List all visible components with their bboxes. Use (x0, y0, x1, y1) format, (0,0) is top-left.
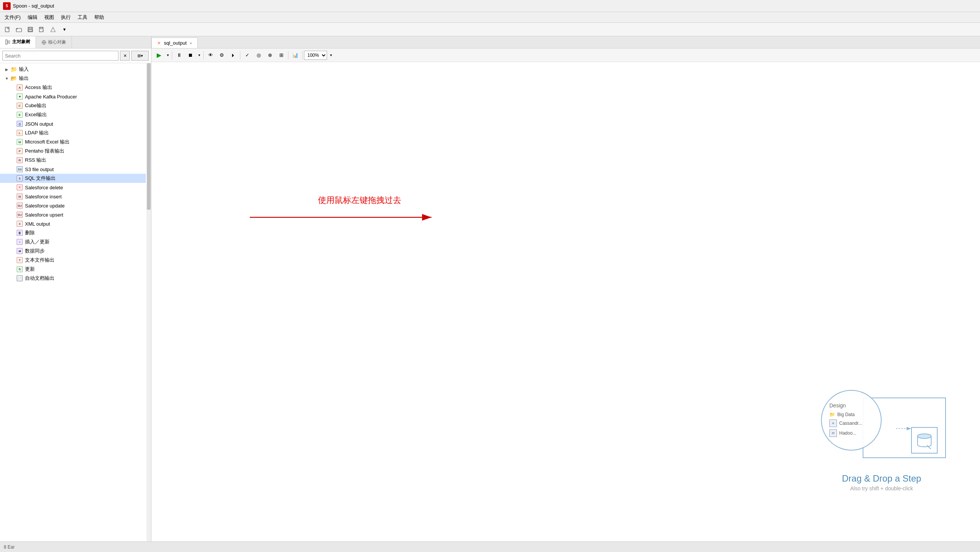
step-icon: M (16, 138, 24, 145)
debug-button[interactable]: ⚙ (216, 50, 227, 60)
list-item[interactable]: SU Salesforce update (0, 201, 146, 210)
list-item[interactable]: 📄 自动文档输出 (0, 274, 146, 283)
separator-1 (172, 51, 172, 59)
list-item[interactable]: {} JSON output (0, 119, 146, 128)
verify-button[interactable]: ✓ (242, 50, 253, 60)
list-item[interactable]: T 文本文件输出 (0, 256, 146, 265)
list-item[interactable]: SI Salesforce insert (0, 192, 146, 201)
separator-5 (302, 51, 302, 59)
show-results-button[interactable]: 📊 (290, 50, 301, 60)
step-icon: R (16, 157, 24, 164)
run-button[interactable]: ▶ (154, 50, 164, 60)
menu-help[interactable]: 帮助 (91, 13, 107, 22)
list-item[interactable]: P Pentaho 报表输出 (0, 146, 146, 156)
list-item[interactable]: M Microsoft Excel 输出 (0, 137, 146, 146)
svg-point-20 (918, 434, 931, 438)
tree-input-arrow: ▶ (4, 67, 10, 72)
sql-output-label: SQL 文件输出 (25, 175, 56, 182)
tree-output-label: 输出 (19, 75, 29, 82)
list-item[interactable]: E Excel输出 (0, 110, 146, 119)
separator-4 (288, 51, 288, 59)
dnd-step-box (911, 427, 938, 453)
run-dropdown[interactable]: ▾ (165, 50, 170, 60)
dnd-title: Drag & Drop a Step (813, 473, 950, 484)
step-icon: X (16, 220, 24, 227)
list-item[interactable]: ✦ Apache Kafka Producer (0, 92, 146, 101)
tree-scrollbar[interactable] (146, 63, 151, 552)
list-item[interactable]: 🗑 删除 (0, 228, 146, 237)
open-button[interactable] (14, 25, 24, 35)
stop-button[interactable]: ⏹ (185, 50, 196, 60)
svg-rect-8 (6, 40, 7, 44)
tree-input-label: 输入 (19, 66, 29, 73)
tree-output-folder[interactable]: ▼ 📂 输出 (0, 74, 146, 83)
list-item[interactable]: SU Salesforce upsert (0, 210, 146, 219)
dropdown-button[interactable]: ▾ (59, 25, 70, 35)
hadoop-icon: H (829, 430, 837, 437)
replay-button[interactable]: ⏵ (228, 50, 239, 60)
list-item[interactable]: ⇄ 数据同步 (0, 247, 146, 256)
dnd-item-cassandra: ≡ Cassandr... (829, 420, 862, 427)
step-icon: SI (16, 193, 24, 200)
list-item[interactable]: R RSS 输出 (0, 156, 146, 165)
step-icon: ✕ (16, 184, 24, 191)
dnd-circle-label: Design (829, 402, 846, 409)
dnd-illustration: Design 📁 Big Data ≡ Cassandr... H Hadoo.… (813, 386, 950, 492)
menu-run[interactable]: 执行 (58, 13, 74, 22)
step-icon: C (16, 102, 24, 109)
list-item[interactable]: ✕ Salesforce delete (0, 183, 146, 192)
tab-core-objects[interactable]: 核心对象 (36, 37, 72, 48)
tab-main-tree[interactable]: 主对象树 (0, 37, 36, 48)
explore-button[interactable] (48, 25, 58, 35)
list-item[interactable]: ↕ 插入／更新 (0, 237, 146, 247)
saveas-button[interactable]: + (37, 25, 47, 35)
canvas-tab-bar: ✕ sql_output × (151, 37, 980, 48)
menu-view[interactable]: 视图 (41, 13, 57, 22)
tab-core-objects-label: 核心对象 (48, 39, 66, 45)
left-panel: 主对象树 核心对象 ✕ ⊞▾ ▶ 📁 输入 ▼ (0, 37, 151, 552)
step-icon: E (16, 111, 24, 118)
impact-button[interactable]: ◎ (253, 50, 264, 60)
list-item[interactable]: S3 S3 file output (0, 165, 146, 174)
menu-file[interactable]: 文件(F) (2, 13, 24, 22)
drag-arrow-svg (220, 206, 454, 229)
step-icon: S3 (16, 166, 24, 173)
menu-bar: 文件(F) 编辑 视图 执行 工具 帮助 (0, 12, 980, 23)
dnd-item-bigdata: 📁 Big Data (829, 412, 855, 417)
svg-text:+: + (42, 30, 44, 32)
step-icon: L (16, 129, 24, 136)
canvas-tab-close[interactable]: × (189, 41, 192, 45)
tree-input-folder[interactable]: ▶ 📁 输入 (0, 65, 146, 74)
step-icon: ⇄ (16, 248, 24, 255)
tree-area[interactable]: ▶ 📁 输入 ▼ 📂 输出 A Access 输出 ✦ Apache Kafka… (0, 63, 151, 552)
list-item[interactable]: A Access 输出 (0, 83, 146, 92)
list-item[interactable]: X XML output (0, 219, 146, 228)
drag-instruction-text: 使用鼠标左键拖拽过去 (318, 196, 401, 205)
tree-scrollbar-thumb[interactable] (147, 63, 151, 210)
sql-button[interactable]: ⊗ (264, 50, 275, 60)
list-item[interactable]: ↻ 更新 (0, 265, 146, 274)
step-icon: A (16, 84, 24, 91)
menu-edit[interactable]: 编辑 (25, 13, 40, 22)
search-area: ✕ ⊞▾ (0, 48, 151, 63)
list-item[interactable]: C Cube输出 (0, 101, 146, 110)
search-clear-button[interactable]: ✕ (120, 51, 130, 60)
search-input[interactable] (2, 51, 118, 60)
stop-dropdown[interactable]: ▾ (196, 50, 202, 60)
canvas-tab-label: sql_output (164, 40, 187, 46)
explore-canvas-button[interactable]: ⊞ (276, 50, 286, 60)
menu-tools[interactable]: 工具 (75, 13, 91, 22)
search-options-button[interactable]: ⊞▾ (131, 51, 149, 60)
main-layout: 主对象树 核心对象 ✕ ⊞▾ ▶ 📁 输入 ▼ (0, 37, 980, 552)
canvas-tab-sql-output[interactable]: ✕ sql_output × (151, 38, 197, 48)
zoom-dropdown[interactable]: ▾ (328, 50, 334, 60)
list-item-selected[interactable]: S SQL 文件输出 (0, 174, 146, 183)
pause-button[interactable]: ⏸ (174, 50, 185, 60)
zoom-select[interactable]: 100% 75% 50% 125% 150% (304, 51, 327, 60)
list-item[interactable]: L LDAP 输出 (0, 128, 146, 137)
dnd-graphic: Design 📁 Big Data ≡ Cassandr... H Hadoo.… (817, 386, 946, 469)
new-button[interactable] (2, 25, 13, 35)
preview-button[interactable]: 👁 (205, 50, 216, 60)
app-title: Spoon - sql_output (13, 3, 54, 9)
save-button[interactable] (25, 25, 36, 35)
